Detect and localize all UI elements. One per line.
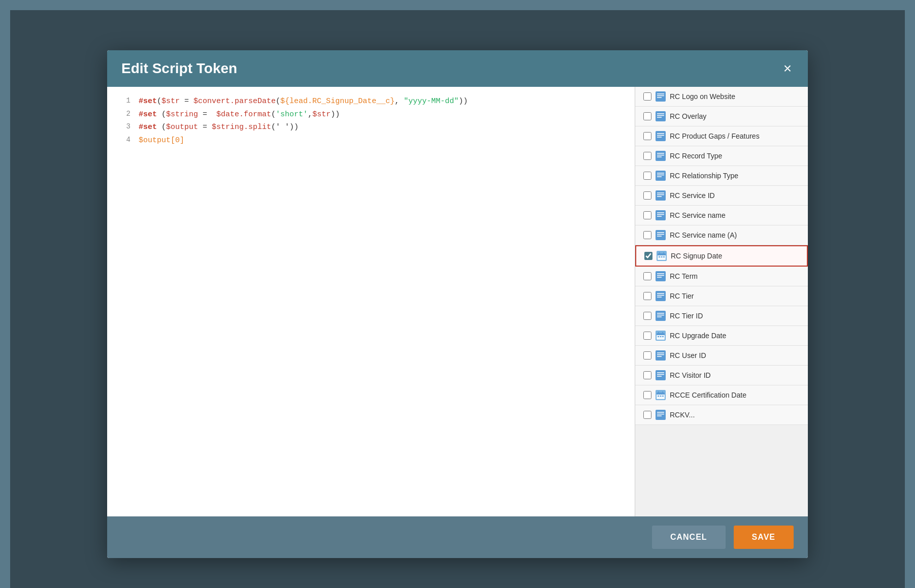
- field-list-item[interactable]: RC Logo on Website: [635, 87, 808, 107]
- text-field-icon: [656, 151, 666, 161]
- field-label: RC Product Gaps / Features: [670, 132, 760, 140]
- field-checkbox[interactable]: [643, 112, 651, 120]
- field-label: RCCE Certification Date: [670, 391, 746, 399]
- svg-rect-73: [658, 396, 659, 397]
- field-checkbox[interactable]: [643, 211, 651, 219]
- field-checkbox[interactable]: [644, 252, 652, 260]
- code-token: 'short': [276, 110, 308, 119]
- code-line: 1#set($str = $convert.parseDate(${lead.R…: [107, 95, 635, 108]
- svg-rect-48: [656, 311, 666, 321]
- code-token: "yyyy-MM-dd": [404, 97, 459, 106]
- text-field-icon: [656, 291, 666, 301]
- svg-rect-57: [658, 336, 659, 337]
- text-field-icon: [656, 131, 666, 141]
- field-checkbox[interactable]: [643, 391, 651, 399]
- line-number: 2: [115, 108, 130, 120]
- field-checkbox[interactable]: [643, 272, 651, 280]
- modal-header: Edit Script Token ×: [107, 50, 808, 87]
- code-content: $output[0]: [139, 134, 184, 147]
- code-token: (: [157, 123, 166, 132]
- field-list-item[interactable]: RC Relationship Type: [635, 166, 808, 186]
- svg-rect-64: [656, 370, 666, 380]
- field-label: RC Relationship Type: [670, 172, 738, 180]
- code-token: $string: [166, 110, 198, 119]
- field-checkbox[interactable]: [643, 152, 651, 160]
- field-checkbox[interactable]: [643, 332, 651, 340]
- code-token: =: [180, 97, 193, 106]
- field-list-item[interactable]: RC Service name (A): [635, 225, 808, 245]
- text-field-icon: [656, 370, 666, 380]
- text-field-icon: [656, 111, 666, 121]
- svg-rect-24: [656, 210, 666, 220]
- field-checkbox[interactable]: [643, 292, 651, 300]
- field-list-item[interactable]: RC Signup Date: [635, 245, 808, 267]
- code-token: (: [271, 110, 276, 119]
- svg-rect-40: [656, 271, 666, 281]
- field-label: RC Service name: [670, 211, 726, 219]
- field-label: RC Service name (A): [670, 231, 737, 239]
- code-content: #set ($output = $string.split(' ')): [139, 121, 299, 134]
- code-token: $date.format: [216, 110, 271, 119]
- field-list-item[interactable]: RC Product Gaps / Features: [635, 126, 808, 146]
- modal-body: 1#set($str = $convert.parseDate(${lead.R…: [107, 87, 808, 516]
- field-label: RC Record Type: [670, 152, 722, 160]
- text-field-icon: [656, 190, 666, 201]
- field-list-item[interactable]: RC Service ID: [635, 186, 808, 206]
- field-list-item[interactable]: RC Term: [635, 267, 808, 286]
- field-checkbox[interactable]: [643, 351, 651, 360]
- field-list-item[interactable]: RCKV...: [635, 405, 808, 425]
- field-list-item[interactable]: RC Tier ID: [635, 306, 808, 326]
- field-checkbox[interactable]: [643, 172, 651, 180]
- svg-rect-75: [662, 396, 664, 397]
- date-field-icon: [657, 251, 667, 261]
- field-checkbox[interactable]: [643, 411, 651, 419]
- field-checkbox[interactable]: [643, 191, 651, 200]
- text-field-icon: [656, 311, 666, 321]
- field-list-item[interactable]: RC Upgrade Date: [635, 326, 808, 346]
- text-field-icon: [656, 350, 666, 361]
- field-checkbox[interactable]: [643, 92, 651, 101]
- save-button[interactable]: SAVE: [734, 526, 794, 549]
- code-token: (' ')): [271, 123, 299, 132]
- field-label: RC Logo on Website: [670, 92, 735, 101]
- code-token: )): [331, 110, 340, 119]
- field-list-item[interactable]: RC Overlay: [635, 107, 808, 126]
- text-field-icon: [656, 271, 666, 281]
- field-list-item[interactable]: RC Visitor ID: [635, 366, 808, 385]
- field-label: RC Visitor ID: [670, 371, 711, 379]
- modal-title: Edit Script Token: [121, 60, 237, 77]
- svg-rect-34: [658, 253, 666, 255]
- code-line: 2#set ($string = $date.format('short',$s…: [107, 108, 635, 121]
- field-label: RC Upgrade Date: [670, 332, 726, 340]
- code-line: 3#set ($output = $string.split(' ')): [107, 121, 635, 134]
- field-checkbox[interactable]: [643, 371, 651, 379]
- svg-rect-28: [656, 230, 666, 240]
- code-editor[interactable]: 1#set($str = $convert.parseDate(${lead.R…: [107, 87, 635, 516]
- svg-rect-70: [657, 393, 665, 395]
- field-checkbox[interactable]: [643, 231, 651, 239]
- field-list-item[interactable]: RC Tier: [635, 286, 808, 306]
- svg-rect-76: [656, 410, 666, 420]
- svg-rect-59: [662, 336, 664, 337]
- field-checkbox[interactable]: [643, 132, 651, 140]
- field-label: RCKV...: [670, 411, 695, 419]
- text-field-icon: [656, 210, 666, 220]
- svg-rect-16: [656, 171, 666, 181]
- field-checkbox[interactable]: [643, 312, 651, 320]
- field-list-item[interactable]: RC Service name: [635, 206, 808, 225]
- code-token: =: [198, 110, 216, 119]
- field-list-item[interactable]: RC User ID: [635, 346, 808, 366]
- field-label: RC Signup Date: [671, 252, 722, 260]
- code-token: ${lead.RC_Signup_Date__c}: [280, 97, 395, 106]
- field-list-item[interactable]: RC Record Type: [635, 146, 808, 166]
- code-token: #set: [139, 97, 157, 106]
- svg-rect-60: [656, 350, 666, 361]
- close-button[interactable]: ×: [781, 61, 794, 76]
- code-token: )): [459, 97, 468, 106]
- cancel-button[interactable]: CANCEL: [652, 526, 726, 549]
- edit-script-token-modal: Edit Script Token × 1#set($str = $conver…: [107, 50, 808, 558]
- field-list-item[interactable]: RCCE Certification Date: [635, 385, 808, 405]
- modal-footer: CANCEL SAVE: [107, 516, 808, 558]
- field-label: RC Tier: [670, 292, 694, 300]
- field-label: RC Term: [670, 272, 698, 280]
